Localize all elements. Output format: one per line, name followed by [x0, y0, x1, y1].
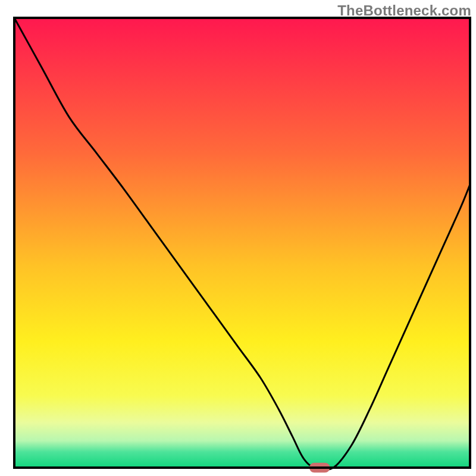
chart-container: TheBottleneck.com	[0, 0, 476, 476]
bottleneck-chart	[0, 0, 476, 476]
watermark-text: TheBottleneck.com	[337, 2, 471, 19]
plot-background	[14, 18, 470, 468]
